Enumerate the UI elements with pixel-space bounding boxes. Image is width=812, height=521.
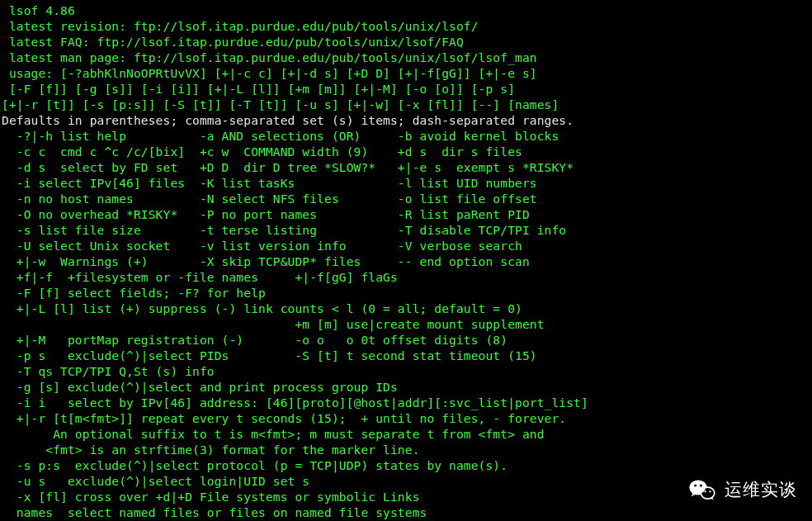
terminal-line: An optional suffix to t is m<fmt>; m mus…: [2, 427, 545, 441]
terminal-line: names select named files or files on nam…: [2, 505, 427, 519]
terminal-line: latest man page: ftp://lsof.itap.purdue.…: [2, 50, 537, 64]
terminal-line: <fmt> is an strftime(3) format for the m…: [2, 443, 420, 457]
terminal-line: latest revision: ftp://lsof.itap.purdue.…: [2, 19, 479, 33]
terminal-line: -s list file size -t terse listing -T di…: [2, 223, 566, 237]
terminal-line: -F [f] select fields; -F? for help: [2, 286, 281, 300]
terminal-line: latest FAQ: ftp://lsof.itap.purdue.edu/p…: [2, 35, 464, 49]
terminal-line: -u s exclude(^)|select login|UID set s: [2, 474, 309, 488]
terminal-line: [-F [f]] [-g [s]] [-i [i]] [+|-L [l]] [+…: [2, 82, 515, 96]
terminal-line: lsof 4.86: [2, 3, 75, 17]
terminal-line: -O no overhead *RISKY* -P no port names …: [2, 207, 530, 221]
terminal-line: -x [fl] cross over +d|+D File systems or…: [2, 490, 420, 504]
terminal-line: -s p:s exclude(^)|select protocol (p = T…: [2, 458, 508, 472]
terminal-line: +|-w Warnings (+) -X skip TCP&UDP* files…: [2, 254, 530, 268]
terminal-line: +|-r [t[m<fmt>]] repeat every t seconds …: [2, 411, 566, 425]
terminal-line: +|-L [l] list (+) suppress (-) link coun…: [2, 301, 522, 315]
terminal-output: lsof 4.86 latest revision: ftp://lsof.it…: [0, 0, 812, 521]
terminal-line: -n no host names -N select NFS files -o …: [2, 192, 537, 206]
terminal-line: -T qs TCP/TPI Q,St (s) info: [2, 364, 215, 378]
terminal-line: [+|-r [t]] [-s [p:s]] [-S [t]] [-T [t]] …: [2, 97, 559, 111]
terminal-line: -d s select by FD set +D D dir D tree *S…: [2, 160, 574, 174]
terminal-line: +m [m] use|create mount supplement: [2, 317, 545, 331]
terminal-line: usage: [-?abhKlnNoOPRtUvVX] [+|-c c] [+|…: [2, 66, 537, 80]
terminal-line: +f|-f +filesystem or -file names +|-f[gG…: [2, 270, 405, 284]
terminal-line: -g [s] exclude(^)|select and print proce…: [2, 380, 398, 394]
terminal-line: Defaults in parentheses; comma-separated…: [2, 113, 574, 127]
terminal-line: +|-M portMap registration (-) -o o o 0t …: [2, 333, 508, 347]
terminal-line: -i i select by IPv[46] address: [46][pro…: [2, 395, 588, 410]
terminal-line: -p s exclude(^)|select PIDs -S [t] t sec…: [2, 348, 537, 362]
terminal-line: -U select Unix socket -v list version in…: [2, 239, 522, 253]
terminal-line: -i select IPv[46] files -K list tasKs -l…: [2, 176, 537, 190]
terminal-line: -c c cmd c ^c /c/[bix] +c w COMMAND widt…: [2, 144, 522, 159]
terminal-line: -?|-h list help -a AND selections (OR) -…: [2, 129, 559, 143]
